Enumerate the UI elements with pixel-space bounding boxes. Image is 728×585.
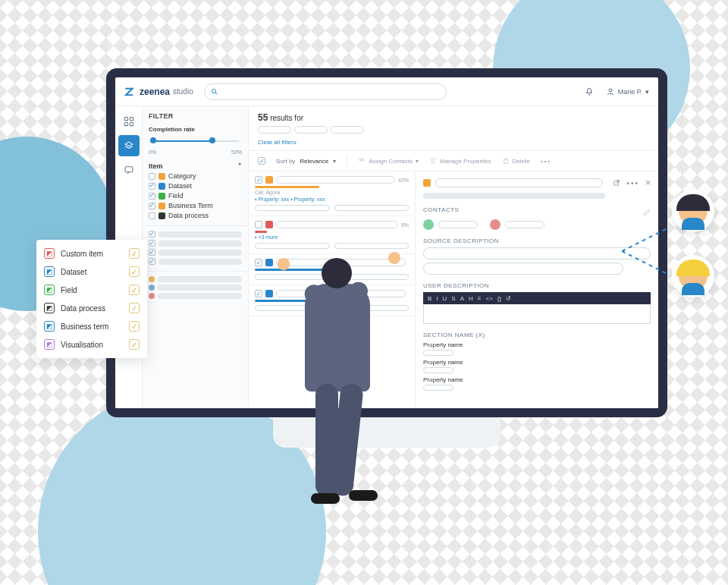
rail-catalog[interactable] (118, 135, 140, 156)
popover-item[interactable]: ◩ Custom item (36, 244, 147, 263)
assign-contacts-button[interactable]: Assign Contacts ▾ (358, 157, 419, 165)
type-label: Business Term (168, 202, 213, 209)
editor-tool-button[interactable]: A (460, 295, 464, 302)
property-value (423, 385, 453, 391)
property-row[interactable]: Property name (423, 376, 651, 391)
clear-filters-link[interactable]: Clear all filters (258, 139, 297, 146)
popover-item[interactable]: ◩ Field (36, 281, 147, 299)
filter-row[interactable] (149, 231, 242, 237)
color-group-row[interactable] (149, 285, 242, 291)
result-count-suffix: results for (270, 114, 303, 122)
editor-tool-button[interactable]: I (436, 295, 438, 302)
search-input[interactable] (204, 83, 447, 100)
editor-body[interactable] (423, 304, 651, 324)
row-checkbox[interactable] (255, 221, 262, 228)
close-icon[interactable]: × (645, 178, 651, 188)
user-name: Marie P. (618, 88, 642, 96)
tag[interactable]: • Property: xxx (290, 197, 325, 202)
editor-tool-button[interactable]: B (428, 295, 431, 302)
row-checkbox[interactable] (255, 290, 262, 297)
delete-button[interactable]: Delete (502, 157, 530, 165)
type-color-icon (158, 183, 165, 190)
rail-dashboard[interactable] (118, 111, 140, 132)
completion-rate-label: Completion rate (149, 126, 242, 133)
editor-tool-button[interactable]: ≡ (478, 295, 482, 302)
contact-avatar (672, 190, 714, 232)
delete-label: Delete (513, 158, 530, 165)
checkbox-icon (149, 203, 155, 209)
result-card[interactable]: 42% Cat. Agora • Property: xxx • Propert… (249, 171, 415, 216)
user-menu[interactable]: Marie P. ▾ (606, 87, 649, 96)
popover-item[interactable]: ◩ Business term (36, 317, 147, 335)
results-header: 55 results for Clear all filters (249, 106, 658, 151)
color-dot-icon (149, 293, 155, 299)
connector-lines (622, 225, 675, 278)
filter-item-type[interactable]: Field (149, 192, 242, 200)
filter-row[interactable] (149, 258, 242, 265)
color-dot-icon (149, 276, 155, 282)
completion-bar (255, 186, 319, 188)
select-all-checkbox[interactable] (258, 157, 265, 165)
selected-check-icon (129, 248, 140, 259)
popover-label: Field (61, 286, 77, 294)
notifications-button[interactable] (583, 86, 595, 98)
sort-dropdown[interactable]: Sort by Relevance ▾ (276, 158, 336, 165)
contact-item[interactable] (423, 219, 478, 230)
user-icon (606, 87, 615, 96)
property-row[interactable]: Property name (423, 341, 651, 356)
completion-bar (255, 231, 267, 233)
filter-label (158, 259, 242, 265)
filter-row[interactable] (149, 240, 242, 247)
sort-label: Sort by (276, 158, 295, 165)
editor-tool-button[interactable]: U (443, 295, 447, 302)
search-icon (211, 88, 218, 96)
tag[interactable]: • Property: xxx (255, 197, 289, 202)
chevron-down-icon: ▾ (645, 88, 649, 96)
popover-item[interactable]: ◩ Dataset (36, 263, 147, 281)
manage-props-button[interactable]: Manage Properties (429, 157, 491, 165)
filter-item-type[interactable]: Dataset (149, 182, 242, 190)
color-group-list (149, 276, 242, 299)
color-group-row[interactable] (149, 276, 242, 282)
filter-item-type[interactable]: Business Term (149, 202, 242, 209)
editor-tool-button[interactable]: S (451, 295, 455, 302)
svg-point-2 (609, 89, 612, 92)
filter-label (158, 241, 242, 247)
dataset-icon: ◩ (44, 266, 55, 277)
selected-check-icon (129, 285, 140, 295)
popover-item[interactable]: ◩ Data process (36, 299, 147, 317)
brand-logo[interactable]: zeenea studio (124, 86, 193, 97)
color-group-row[interactable] (149, 293, 242, 299)
row-checkbox[interactable] (255, 259, 262, 266)
rail-explore[interactable] (118, 159, 140, 181)
filter-chip[interactable] (331, 126, 364, 134)
property-value (423, 367, 453, 373)
rich-text-editor[interactable]: BIUSAH≡<>{}↺ (423, 292, 651, 324)
group-label (158, 276, 242, 282)
editor-tool-button[interactable]: {} (497, 295, 501, 302)
editor-tool-button[interactable]: <> (486, 295, 493, 302)
row-checkbox[interactable] (255, 176, 262, 184)
app-header: zeenea studio Marie P. ▾ (115, 77, 658, 106)
edit-icon[interactable] (643, 209, 651, 216)
open-external-icon[interactable] (612, 179, 620, 187)
more-button[interactable]: ••• (541, 158, 551, 165)
filter-item-type[interactable]: Data process (149, 212, 242, 219)
contact-item[interactable] (490, 219, 544, 230)
filter-item-type[interactable]: Category (149, 172, 242, 180)
popover-item[interactable]: ◩ Visualisation (36, 335, 147, 354)
more-icon[interactable]: ••• (626, 179, 639, 187)
checkbox-icon (149, 183, 155, 190)
editor-tool-button[interactable]: H (469, 295, 473, 302)
filter-chip[interactable] (294, 126, 328, 134)
collapse-icon[interactable]: ˄ (238, 162, 242, 170)
svg-rect-5 (124, 122, 127, 125)
property-row[interactable]: Property name (423, 359, 651, 373)
section-heading: SECTION NAME (X) (423, 332, 651, 338)
tag[interactable]: • +3 more (255, 234, 278, 240)
filter-row[interactable] (149, 249, 242, 256)
editor-tool-button[interactable]: ↺ (506, 295, 511, 302)
detail-title (435, 178, 603, 187)
filter-chip[interactable] (258, 126, 291, 134)
completion-slider[interactable] (149, 137, 242, 145)
